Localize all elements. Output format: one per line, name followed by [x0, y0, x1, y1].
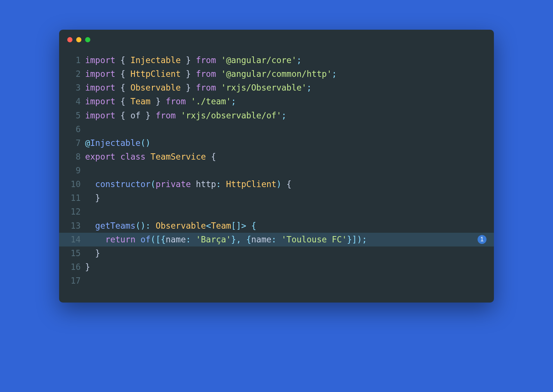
- code-content: import { Observable } from 'rxjs/Observa…: [85, 81, 312, 95]
- code-line: 10 constructor(private http: HttpClient)…: [59, 177, 494, 191]
- annotation-badge[interactable]: 1: [478, 235, 486, 244]
- code-line: 9: [59, 164, 494, 177]
- line-number: 6: [67, 122, 85, 136]
- line-number: 12: [67, 205, 85, 219]
- line-number: 17: [67, 274, 85, 288]
- titlebar: [59, 30, 494, 46]
- line-number: 4: [67, 95, 85, 108]
- line-number: 7: [67, 136, 85, 150]
- line-number: 10: [67, 177, 85, 191]
- code-content: }: [85, 260, 90, 274]
- code-line: 13 getTeams(): Observable<Team[]> {: [59, 219, 494, 233]
- line-number: 11: [67, 191, 85, 205]
- code-line: 11 }: [59, 191, 494, 205]
- code-line: 8export class TeamService {: [59, 150, 494, 164]
- line-number: 3: [67, 81, 85, 95]
- code-line: 2import { HttpClient } from '@angular/co…: [59, 67, 494, 81]
- line-number: 9: [67, 164, 85, 177]
- code-content: import { Injectable } from '@angular/cor…: [85, 53, 302, 67]
- line-number: 13: [67, 219, 85, 233]
- code-content: getTeams(): Observable<Team[]> {: [85, 219, 256, 233]
- code-line: 4import { Team } from './team';: [59, 95, 494, 108]
- code-content: export class TeamService {: [85, 150, 216, 164]
- code-content: }: [85, 191, 100, 205]
- code-line: 14 return of([{name: 'Barça'}, {name: 'T…: [59, 233, 494, 246]
- code-line: 7@Injectable(): [59, 136, 494, 150]
- code-line: 1import { Injectable } from '@angular/co…: [59, 53, 494, 67]
- line-number: 1: [67, 53, 85, 67]
- line-number: 16: [67, 260, 85, 274]
- code-line: 17: [59, 274, 494, 288]
- code-content: import { HttpClient } from '@angular/com…: [85, 67, 337, 81]
- code-content: }: [85, 246, 100, 260]
- code-content: import { Team } from './team';: [85, 95, 236, 108]
- code-content: @Injectable(): [85, 136, 151, 150]
- code-content: return of([{name: 'Barça'}, {name: 'Toul…: [85, 233, 367, 246]
- close-icon[interactable]: [67, 37, 72, 42]
- minimize-icon[interactable]: [76, 37, 81, 42]
- line-number: 8: [67, 150, 85, 164]
- code-line: 15 }: [59, 246, 494, 260]
- line-number: 15: [67, 246, 85, 260]
- code-window: 1import { Injectable } from '@angular/co…: [59, 30, 494, 303]
- line-number: 2: [67, 67, 85, 81]
- code-line: 12: [59, 205, 494, 219]
- maximize-icon[interactable]: [85, 37, 90, 42]
- line-number: 14: [67, 233, 85, 246]
- line-number: 5: [67, 109, 85, 122]
- code-content: import { of } from 'rxjs/observable/of';: [85, 109, 287, 122]
- code-area: 1import { Injectable } from '@angular/co…: [59, 46, 494, 303]
- code-line: 6: [59, 122, 494, 136]
- code-line: 16}: [59, 260, 494, 274]
- code-content: constructor(private http: HttpClient) {: [85, 177, 291, 191]
- code-line: 3import { Observable } from 'rxjs/Observ…: [59, 81, 494, 95]
- code-line: 5import { of } from 'rxjs/observable/of'…: [59, 109, 494, 122]
